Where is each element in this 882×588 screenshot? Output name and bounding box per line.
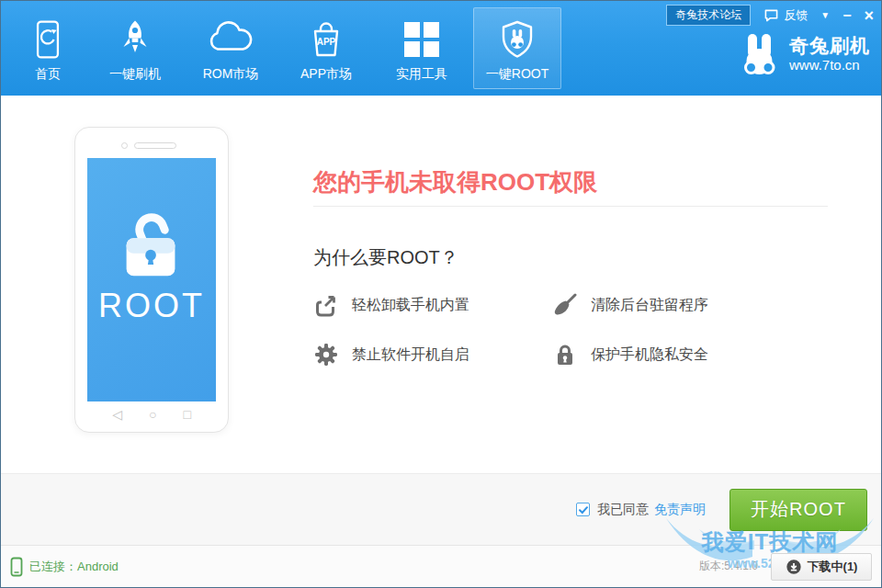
status-bar: 已连接：Android 版本:5.4.1.0 下载中(1) (1, 546, 881, 587)
home-refresh-icon (30, 16, 65, 63)
broom-icon (553, 293, 577, 317)
download-label: 下载中(1) (808, 559, 858, 575)
agree-checkbox[interactable] (576, 503, 590, 516)
phone-nav-buttons: ◁ ○ □ (75, 407, 228, 422)
nav-tab-flash[interactable]: 一键刷机 (91, 7, 179, 89)
close-button[interactable]: × (864, 8, 874, 23)
connection-text: 已连接：Android (29, 559, 119, 575)
feature-autostart: 禁止软件开机自启 (314, 343, 553, 367)
gear-icon (314, 343, 338, 367)
connection-status: 已连接：Android (10, 557, 119, 577)
nav-tab-tools[interactable]: 实用工具 (378, 7, 466, 89)
why-root-heading: 为什么要ROOT？ (313, 245, 458, 270)
nav-tab-app-market[interactable]: APP APP市场 (282, 7, 370, 89)
nav-tab-home[interactable]: 首页 (12, 7, 84, 89)
phone-screen-root-label: ROOT (87, 287, 216, 325)
phone-illustration: ROOT ◁ ○ □ (74, 127, 229, 433)
agree-label: 我已同意 (597, 502, 649, 518)
check-icon (578, 504, 589, 515)
feedback-label: 反馈 (784, 7, 808, 24)
title-divider (313, 206, 828, 207)
phone-recent-icon: □ (183, 407, 190, 422)
uninstall-icon (314, 293, 338, 317)
nav-tab-root[interactable]: 一键ROOT (473, 7, 561, 89)
minimize-button[interactable]: − (842, 9, 851, 22)
feature-label: 保护手机隐私安全 (591, 345, 708, 365)
brand-name: 奇兔刷机 (789, 35, 870, 57)
nav-label-flash: 一键刷机 (109, 66, 161, 83)
brand-logo: 奇兔刷机 www.7to.cn (738, 32, 870, 76)
phone-speaker (134, 142, 176, 149)
app-window: 首页 一键刷机 (0, 0, 882, 588)
tools-grid-icon (404, 16, 439, 63)
nav-label-home: 首页 (35, 66, 61, 83)
app-bag-icon-text: APP (317, 37, 336, 47)
agreement-row: 我已同意 免责声明 (576, 502, 706, 518)
nav-label-root: 一键ROOT (486, 66, 548, 83)
rabbit-logo-icon (738, 32, 782, 76)
phone-home-icon: ○ (149, 407, 156, 422)
version-text: 版本:5.4.1.0 (699, 559, 758, 574)
page-title: 您的手机未取得ROOT权限 (313, 166, 597, 198)
nav-label-rom-market: ROM市场 (203, 66, 259, 83)
feature-list: 轻松卸载手机内置 清除后台驻留程序 (314, 293, 803, 367)
nav-label-app-market: APP市场 (300, 66, 352, 83)
disclaimer-link[interactable]: 免责声明 (654, 502, 706, 518)
root-shield-icon (497, 16, 537, 63)
connected-phone-icon (10, 557, 23, 577)
lock-icon (553, 343, 577, 367)
main-nav: 首页 一键刷机 (12, 7, 561, 89)
app-bag-icon: APP (306, 16, 346, 63)
phone-screen: ROOT (87, 158, 216, 401)
feedback-button[interactable]: 反馈 (763, 7, 808, 24)
feature-label: 禁止软件开机自启 (352, 345, 469, 365)
action-bar: 我已同意 免责声明 开始ROOT (1, 473, 881, 546)
header-bar: 首页 一键刷机 (1, 1, 881, 96)
nav-tab-rom-market[interactable]: ROM市场 (187, 7, 275, 89)
feature-uninstall: 轻松卸载手机内置 (314, 293, 553, 317)
menu-caret-icon[interactable]: ▼ (820, 10, 830, 20)
feature-label: 轻松卸载手机内置 (352, 296, 469, 315)
brand-url: www.7to.cn (789, 57, 870, 73)
feature-label: 清除后台驻留程序 (591, 296, 708, 315)
cloud-icon (206, 16, 255, 63)
feature-privacy: 保护手机隐私安全 (553, 343, 803, 367)
download-button[interactable]: 下载中(1) (771, 553, 872, 581)
phone-back-icon: ◁ (112, 407, 122, 422)
rocket-icon (115, 16, 155, 63)
download-icon (786, 559, 802, 575)
start-root-button[interactable]: 开始ROOT (729, 489, 867, 531)
speech-bubble-icon (763, 8, 779, 22)
nav-label-tools: 实用工具 (396, 66, 447, 83)
unlock-icon (111, 204, 192, 288)
forum-button[interactable]: 奇兔技术论坛 (666, 5, 751, 26)
window-controls: 奇兔技术论坛 反馈 ▼ − × (666, 5, 874, 26)
phone-camera-dot (121, 142, 128, 149)
feature-clean: 清除后台驻留程序 (553, 293, 803, 317)
